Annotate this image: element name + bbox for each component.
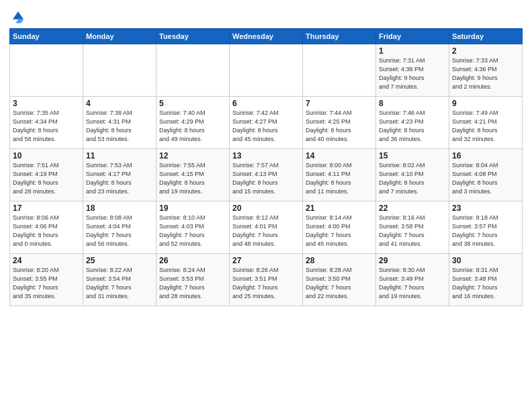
day-info: Sunrise: 8:26 AM Sunset: 3:51 PM Dayligh… bbox=[232, 266, 300, 301]
calendar-cell: 24Sunrise: 8:20 AM Sunset: 3:55 PM Dayli… bbox=[10, 254, 83, 306]
day-number: 19 bbox=[159, 203, 226, 213]
day-number: 5 bbox=[159, 99, 226, 108]
calendar-cell: 20Sunrise: 8:12 AM Sunset: 4:01 PM Dayli… bbox=[230, 201, 303, 254]
weekday-header: Saturday bbox=[449, 29, 523, 44]
calendar-cell: 19Sunrise: 8:10 AM Sunset: 4:03 PM Dayli… bbox=[157, 201, 230, 254]
calendar-table: SundayMondayTuesdayWednesdayThursdayFrid… bbox=[9, 28, 523, 306]
calendar-cell: 29Sunrise: 8:30 AM Sunset: 3:49 PM Dayli… bbox=[376, 254, 449, 306]
weekday-header: Friday bbox=[376, 29, 449, 44]
svg-marker-0 bbox=[13, 11, 24, 19]
calendar-cell: 6Sunrise: 7:42 AM Sunset: 4:27 PM Daylig… bbox=[230, 97, 303, 149]
calendar-cell: 5Sunrise: 7:40 AM Sunset: 4:29 PM Daylig… bbox=[157, 97, 230, 149]
weekday-header: Wednesday bbox=[230, 29, 303, 44]
day-info: Sunrise: 7:55 AM Sunset: 4:15 PM Dayligh… bbox=[159, 161, 226, 196]
day-info: Sunrise: 7:42 AM Sunset: 4:27 PM Dayligh… bbox=[232, 109, 300, 144]
day-info: Sunrise: 8:12 AM Sunset: 4:01 PM Dayligh… bbox=[232, 214, 300, 248]
day-info: Sunrise: 8:00 AM Sunset: 4:11 PM Dayligh… bbox=[306, 161, 373, 196]
calendar-cell: 17Sunrise: 8:06 AM Sunset: 4:06 PM Dayli… bbox=[10, 201, 83, 254]
day-info: Sunrise: 7:51 AM Sunset: 4:19 PM Dayligh… bbox=[13, 161, 80, 196]
day-number: 26 bbox=[159, 256, 226, 265]
day-number: 16 bbox=[452, 151, 519, 161]
day-number: 11 bbox=[86, 151, 153, 161]
day-number: 20 bbox=[232, 203, 300, 213]
day-info: Sunrise: 8:28 AM Sunset: 3:50 PM Dayligh… bbox=[306, 266, 373, 301]
day-number: 30 bbox=[452, 256, 519, 265]
day-info: Sunrise: 8:20 AM Sunset: 3:55 PM Dayligh… bbox=[13, 266, 80, 301]
week-row: 3Sunrise: 7:35 AM Sunset: 4:34 PM Daylig… bbox=[10, 97, 523, 149]
day-info: Sunrise: 7:33 AM Sunset: 4:36 PM Dayligh… bbox=[452, 56, 519, 91]
day-number: 27 bbox=[232, 256, 300, 265]
calendar-cell: 14Sunrise: 8:00 AM Sunset: 4:11 PM Dayli… bbox=[303, 149, 376, 201]
day-number: 7 bbox=[306, 99, 373, 108]
day-number: 17 bbox=[13, 203, 80, 213]
day-info: Sunrise: 8:24 AM Sunset: 3:53 PM Dayligh… bbox=[159, 266, 226, 301]
week-row: 24Sunrise: 8:20 AM Sunset: 3:55 PM Dayli… bbox=[10, 254, 523, 306]
day-number: 1 bbox=[379, 46, 446, 56]
day-info: Sunrise: 7:35 AM Sunset: 4:34 PM Dayligh… bbox=[13, 109, 80, 144]
day-info: Sunrise: 8:18 AM Sunset: 3:57 PM Dayligh… bbox=[452, 214, 519, 248]
svg-marker-1 bbox=[15, 19, 24, 24]
day-info: Sunrise: 8:16 AM Sunset: 3:58 PM Dayligh… bbox=[379, 214, 446, 248]
day-number: 10 bbox=[13, 151, 80, 161]
day-info: Sunrise: 8:10 AM Sunset: 4:03 PM Dayligh… bbox=[159, 214, 226, 248]
header bbox=[9, 7, 523, 24]
calendar-cell: 12Sunrise: 7:55 AM Sunset: 4:15 PM Dayli… bbox=[157, 149, 230, 201]
weekday-header-row: SundayMondayTuesdayWednesdayThursdayFrid… bbox=[10, 29, 523, 44]
calendar-cell bbox=[10, 44, 83, 97]
calendar-cell bbox=[83, 44, 157, 97]
calendar-cell: 13Sunrise: 7:57 AM Sunset: 4:13 PM Dayli… bbox=[230, 149, 303, 201]
day-number: 29 bbox=[379, 256, 446, 265]
day-number: 9 bbox=[452, 99, 519, 108]
calendar-cell: 10Sunrise: 7:51 AM Sunset: 4:19 PM Dayli… bbox=[10, 149, 83, 201]
day-info: Sunrise: 7:57 AM Sunset: 4:13 PM Dayligh… bbox=[232, 161, 300, 196]
calendar-cell bbox=[303, 44, 376, 97]
day-info: Sunrise: 8:22 AM Sunset: 3:54 PM Dayligh… bbox=[86, 266, 153, 301]
day-info: Sunrise: 8:06 AM Sunset: 4:06 PM Dayligh… bbox=[13, 214, 80, 248]
day-number: 21 bbox=[306, 203, 373, 213]
calendar-cell: 18Sunrise: 8:08 AM Sunset: 4:04 PM Dayli… bbox=[83, 201, 157, 254]
day-info: Sunrise: 8:14 AM Sunset: 4:00 PM Dayligh… bbox=[306, 214, 373, 248]
day-info: Sunrise: 7:38 AM Sunset: 4:31 PM Dayligh… bbox=[86, 109, 153, 144]
week-row: 1Sunrise: 7:31 AM Sunset: 4:38 PM Daylig… bbox=[10, 44, 523, 97]
calendar-cell: 27Sunrise: 8:26 AM Sunset: 3:51 PM Dayli… bbox=[230, 254, 303, 306]
day-number: 12 bbox=[159, 151, 226, 161]
day-number: 15 bbox=[379, 151, 446, 161]
day-number: 22 bbox=[379, 203, 446, 213]
calendar-cell: 21Sunrise: 8:14 AM Sunset: 4:00 PM Dayli… bbox=[303, 201, 376, 254]
day-number: 24 bbox=[13, 256, 80, 265]
day-info: Sunrise: 7:40 AM Sunset: 4:29 PM Dayligh… bbox=[159, 109, 226, 144]
calendar-cell bbox=[157, 44, 230, 97]
calendar-cell: 22Sunrise: 8:16 AM Sunset: 3:58 PM Dayli… bbox=[376, 201, 449, 254]
day-number: 23 bbox=[452, 203, 519, 213]
calendar-cell: 28Sunrise: 8:28 AM Sunset: 3:50 PM Dayli… bbox=[303, 254, 376, 306]
day-info: Sunrise: 8:04 AM Sunset: 4:08 PM Dayligh… bbox=[452, 161, 519, 196]
calendar-cell: 23Sunrise: 8:18 AM Sunset: 3:57 PM Dayli… bbox=[449, 201, 523, 254]
day-number: 6 bbox=[232, 99, 300, 108]
page-container: SundayMondayTuesdayWednesdayThursdayFrid… bbox=[0, 0, 532, 313]
calendar-cell: 8Sunrise: 7:46 AM Sunset: 4:23 PM Daylig… bbox=[376, 97, 449, 149]
calendar-cell: 7Sunrise: 7:44 AM Sunset: 4:25 PM Daylig… bbox=[303, 97, 376, 149]
day-number: 13 bbox=[232, 151, 300, 161]
calendar-cell: 30Sunrise: 8:31 AM Sunset: 3:48 PM Dayli… bbox=[449, 254, 523, 306]
calendar-cell: 9Sunrise: 7:49 AM Sunset: 4:21 PM Daylig… bbox=[449, 97, 523, 149]
calendar-cell bbox=[230, 44, 303, 97]
weekday-header: Sunday bbox=[10, 29, 83, 44]
day-info: Sunrise: 7:44 AM Sunset: 4:25 PM Dayligh… bbox=[306, 109, 373, 144]
day-number: 25 bbox=[86, 256, 153, 265]
calendar-cell: 2Sunrise: 7:33 AM Sunset: 4:36 PM Daylig… bbox=[449, 44, 523, 97]
day-number: 4 bbox=[86, 99, 153, 108]
day-number: 2 bbox=[452, 46, 519, 56]
day-info: Sunrise: 7:31 AM Sunset: 4:38 PM Dayligh… bbox=[379, 56, 446, 91]
day-number: 14 bbox=[306, 151, 373, 161]
calendar-cell: 25Sunrise: 8:22 AM Sunset: 3:54 PM Dayli… bbox=[83, 254, 157, 306]
day-number: 18 bbox=[86, 203, 153, 213]
calendar-cell: 26Sunrise: 8:24 AM Sunset: 3:53 PM Dayli… bbox=[157, 254, 230, 306]
logo bbox=[9, 9, 26, 24]
logo-icon bbox=[11, 9, 26, 24]
week-row: 17Sunrise: 8:06 AM Sunset: 4:06 PM Dayli… bbox=[10, 201, 523, 254]
calendar-cell: 16Sunrise: 8:04 AM Sunset: 4:08 PM Dayli… bbox=[449, 149, 523, 201]
week-row: 10Sunrise: 7:51 AM Sunset: 4:19 PM Dayli… bbox=[10, 149, 523, 201]
weekday-header: Tuesday bbox=[157, 29, 230, 44]
weekday-header: Monday bbox=[83, 29, 157, 44]
weekday-header: Thursday bbox=[303, 29, 376, 44]
